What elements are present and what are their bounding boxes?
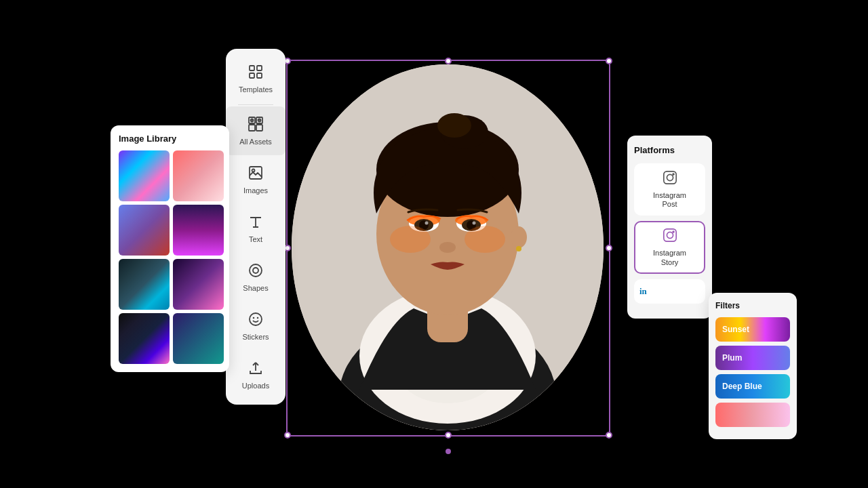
svg-point-22 [390, 226, 431, 253]
svg-point-8 [437, 113, 471, 138]
all-assets-icon [248, 116, 264, 135]
instagram-post-label: InstagramPost [653, 191, 686, 209]
platforms-panel: Platforms InstagramPost InstagramStory i… [627, 136, 712, 319]
linkedin-icon: in [639, 286, 647, 297]
toolbar: Templates All Assets Images [226, 49, 285, 405]
templates-label: Templates [239, 85, 273, 94]
image-thumb-4[interactable] [173, 205, 224, 256]
svg-rect-44 [663, 229, 675, 241]
handle-rotate[interactable] [446, 449, 451, 454]
shapes-icon [248, 262, 264, 281]
images-icon [248, 165, 264, 184]
image-thumb-8[interactable] [173, 313, 224, 364]
all-assets-label: All Assets [239, 138, 272, 146]
handle-bottom-left[interactable] [284, 432, 291, 439]
handle-bottom-right[interactable] [606, 432, 612, 439]
svg-rect-41 [663, 171, 675, 184]
filter-plum[interactable]: Plum [715, 346, 790, 370]
shapes-label: Shapes [243, 284, 268, 292]
svg-point-20 [511, 226, 527, 248]
platform-instagram-story[interactable]: InstagramStory [634, 221, 705, 273]
uploads-icon [248, 360, 264, 379]
svg-point-46 [673, 231, 674, 232]
stickers-icon [248, 311, 264, 330]
svg-point-21 [516, 246, 521, 251]
svg-rect-26 [250, 73, 254, 78]
filter-deepblue-label: Deep Blue [722, 382, 762, 391]
instagram-post-icon [663, 170, 677, 188]
platforms-title: Platforms [634, 145, 705, 155]
svg-point-37 [253, 268, 258, 273]
handle-bottom-middle[interactable] [445, 432, 452, 439]
svg-point-45 [667, 232, 673, 239]
image-thumb-5[interactable] [119, 259, 170, 310]
svg-point-32 [251, 119, 254, 122]
platform-linkedin[interactable]: in [634, 279, 705, 304]
image-thumb-3[interactable] [119, 205, 170, 256]
svg-point-17 [425, 222, 429, 225]
filter-4[interactable] [715, 403, 790, 427]
image-thumb-7[interactable] [119, 313, 170, 364]
toolbar-item-templates[interactable]: Templates [226, 54, 285, 103]
svg-point-38 [250, 313, 262, 325]
svg-rect-30 [249, 125, 255, 131]
handle-top-right[interactable] [606, 58, 612, 64]
svg-point-35 [252, 169, 255, 172]
portrait-image [292, 64, 604, 430]
svg-point-33 [258, 119, 261, 122]
svg-point-42 [667, 174, 673, 180]
svg-rect-34 [250, 167, 262, 179]
toolbar-divider-1 [238, 104, 274, 105]
image-library-title: Image Library [119, 134, 221, 144]
toolbar-item-stickers[interactable]: Stickers [226, 302, 285, 350]
toolbar-item-images[interactable]: Images [226, 155, 285, 204]
svg-rect-31 [256, 125, 262, 131]
handle-top-middle[interactable] [445, 58, 452, 64]
svg-point-18 [473, 222, 476, 225]
image-thumb-1[interactable] [119, 150, 170, 201]
filters-title: Filters [715, 301, 790, 310]
svg-point-36 [250, 264, 262, 277]
svg-rect-24 [250, 66, 254, 70]
image-grid [119, 150, 221, 364]
svg-rect-25 [257, 66, 262, 70]
svg-point-23 [465, 226, 505, 253]
filter-deep-blue[interactable]: Deep Blue [715, 374, 790, 399]
images-label: Images [243, 186, 268, 195]
filter-sunset[interactable]: Sunset [715, 317, 790, 342]
templates-icon [248, 64, 264, 83]
svg-point-19 [439, 242, 456, 253]
toolbar-item-shapes[interactable]: Shapes [226, 253, 285, 302]
uploads-label: Uploads [242, 382, 269, 390]
filters-panel: Filters Sunset Plum Deep Blue [709, 293, 797, 439]
toolbar-item-uploads[interactable]: Uploads [226, 350, 285, 399]
instagram-story-icon [663, 228, 677, 246]
svg-rect-27 [257, 73, 262, 78]
toolbar-item-all-assets[interactable]: All Assets [226, 106, 285, 155]
image-library-panel: Image Library [111, 125, 229, 372]
image-thumb-6[interactable] [173, 259, 224, 310]
stickers-label: Stickers [242, 333, 269, 341]
platform-instagram-post[interactable]: InstagramPost [634, 163, 705, 216]
handle-middle-right[interactable] [606, 245, 612, 251]
filter-plum-label: Plum [722, 353, 742, 363]
filter-sunset-label: Sunset [722, 325, 749, 334]
image-thumb-2[interactable] [173, 150, 224, 201]
instagram-story-label: InstagramStory [653, 249, 686, 266]
toolbar-item-text[interactable]: Text [226, 204, 285, 253]
text-label: Text [249, 235, 262, 243]
svg-point-43 [673, 174, 674, 175]
text-icon [248, 214, 264, 232]
